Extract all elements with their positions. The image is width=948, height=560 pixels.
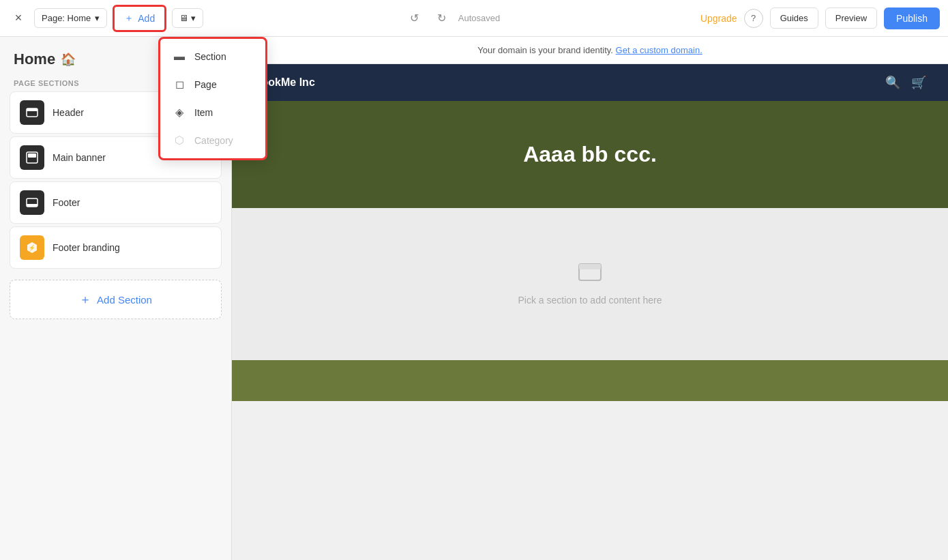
- site-nav-icons: 🔍 🛒: [885, 75, 926, 90]
- toolbar-left: × Page: Home ▾ ＋ Add 🖥 ▾: [8, 5, 203, 32]
- page-selector[interactable]: Page: Home ▾: [34, 8, 107, 28]
- footer-branding-section-icon: ⚡: [20, 235, 44, 260]
- site-hero: Aaaa bb ccc.: [232, 101, 948, 208]
- site-hero-text: Aaaa bb ccc.: [254, 142, 926, 167]
- svg-rect-9: [579, 264, 601, 269]
- section-icon: ▬: [173, 50, 186, 63]
- dropdown-item-section[interactable]: ▬ Section: [160, 43, 265, 70]
- redo-button[interactable]: ↻: [431, 8, 453, 29]
- search-icon[interactable]: 🔍: [885, 75, 900, 90]
- desktop-icon: 🖥: [179, 13, 188, 23]
- undo-button[interactable]: ↺: [404, 8, 426, 29]
- cart-icon[interactable]: 🛒: [911, 75, 926, 90]
- help-button[interactable]: ?: [744, 9, 763, 28]
- plus-icon: ＋: [124, 12, 134, 25]
- toolbar-right: Upgrade ? Guides Preview Publish: [700, 8, 940, 29]
- toolbar: × Page: Home ▾ ＋ Add 🖥 ▾ ↺ ↻ Autosaved U…: [0, 0, 948, 37]
- custom-domain-link[interactable]: Get a custom domain.: [616, 45, 702, 55]
- sidebar-title: Home: [14, 50, 55, 68]
- main-banner-section-icon: [20, 145, 44, 170]
- sidebar-item-footer[interactable]: Footer: [10, 181, 222, 224]
- header-section-icon: [20, 100, 44, 125]
- empty-section-text: Pick a section to add content here: [518, 295, 662, 306]
- autosaved-label: Autosaved: [458, 13, 500, 23]
- sidebar-item-header-label: Header: [53, 107, 84, 118]
- add-section-plus-icon: ＋: [79, 291, 91, 308]
- add-section-button[interactable]: ＋ Add Section: [10, 280, 222, 319]
- view-selector[interactable]: 🖥 ▾: [172, 8, 203, 28]
- sidebar-item-footer-label: Footer: [53, 197, 80, 208]
- category-icon: ⬡: [173, 134, 186, 147]
- add-button[interactable]: ＋ Add: [113, 5, 166, 32]
- svg-text:⚡: ⚡: [29, 244, 35, 251]
- footer-section-icon: [20, 190, 44, 215]
- svg-rect-5: [27, 204, 38, 207]
- close-button[interactable]: ×: [8, 8, 29, 29]
- toolbar-center: ↺ ↻ Autosaved: [209, 8, 695, 29]
- svg-rect-1: [27, 108, 38, 111]
- site-nav: BookMe Inc 🔍 🛒: [232, 64, 948, 101]
- chevron-down-icon: ▾: [95, 13, 100, 23]
- guides-button[interactable]: Guides: [770, 8, 818, 29]
- content-area: Your domain is your brand identity. Get …: [232, 37, 948, 560]
- preview-button[interactable]: Preview: [825, 8, 877, 29]
- sidebar-item-footer-branding[interactable]: ⚡ Footer branding: [10, 226, 222, 269]
- sidebar-item-footer-branding-label: Footer branding: [53, 242, 120, 253]
- page-selector-label: Page: Home: [42, 13, 91, 23]
- sidebar-item-main-banner-label: Main banner: [53, 152, 106, 163]
- site-empty-section[interactable]: Pick a section to add content here: [232, 208, 948, 360]
- home-icon: 🏠: [61, 52, 76, 67]
- page-icon: ◻: [173, 78, 186, 91]
- publish-button[interactable]: Publish: [884, 8, 940, 29]
- upgrade-button[interactable]: Upgrade: [700, 13, 737, 24]
- add-dropdown-menu: ▬ Section ◻ Page ◈ Item ⬡ Category: [158, 37, 267, 160]
- empty-section-icon: [578, 263, 602, 286]
- chevron-down-icon: ▾: [191, 13, 196, 23]
- item-icon: ◈: [173, 106, 186, 119]
- website-preview: BookMe Inc 🔍 🛒 Aaaa bb ccc. Pick a: [232, 64, 948, 560]
- dropdown-item-page[interactable]: ◻ Page: [160, 70, 265, 98]
- dropdown-item-category: ⬡ Category: [160, 126, 265, 154]
- domain-banner: Your domain is your brand identity. Get …: [232, 37, 948, 64]
- site-footer-background: [232, 360, 948, 401]
- main-layout: Home 🏠 PAGE SECTIONS Header: [0, 37, 948, 560]
- dropdown-item-item[interactable]: ◈ Item: [160, 98, 265, 126]
- svg-rect-3: [28, 153, 36, 158]
